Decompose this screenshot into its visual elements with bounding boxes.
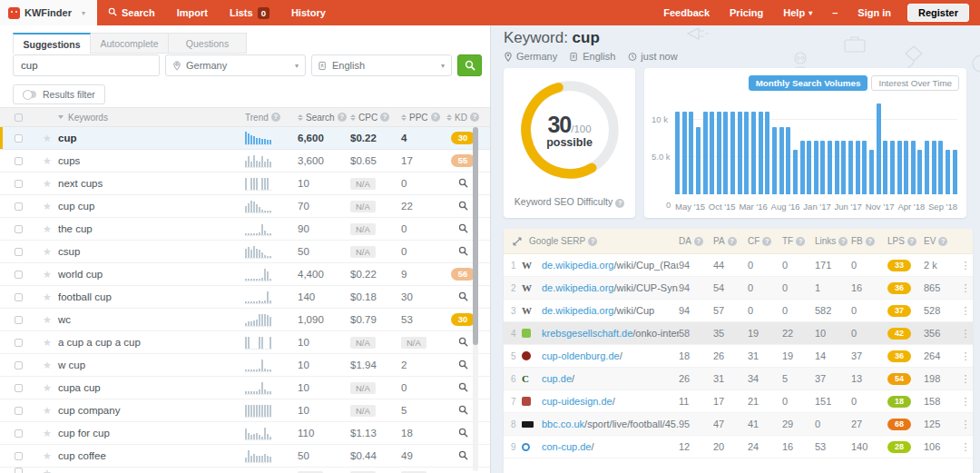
serp-url-domain[interactable]: bbc.co.uk: [542, 419, 584, 429]
volume-bar[interactable]: [675, 112, 680, 194]
kd-score-badge[interactable]: 56: [451, 268, 475, 281]
serp-url-domain[interactable]: cup.de: [542, 373, 572, 384]
star-icon[interactable]: ★: [36, 291, 58, 303]
row-menu-kebab-icon[interactable]: ⋮: [958, 441, 973, 453]
serp-row[interactable]: 6Ccup.de/2631345371354198⋮: [504, 368, 973, 390]
volume-bar[interactable]: [703, 112, 708, 194]
kd-check-magnifier-icon[interactable]: [458, 382, 468, 394]
serp-row[interactable]: 2Wde.wikipedia.org/wiki/CUP-Syn...945400…: [504, 277, 973, 300]
table-row[interactable]: ★cups3,600$0.651755: [0, 150, 490, 172]
serp-url[interactable]: krebsgesellschaft.de/onko-inter...: [542, 328, 679, 339]
volume-bar[interactable]: [814, 141, 818, 194]
volume-bar[interactable]: [841, 141, 846, 194]
lps-column-header[interactable]: LPS: [887, 236, 924, 246]
volume-bar[interactable]: [744, 112, 749, 194]
register-button[interactable]: Register: [907, 4, 969, 22]
top-item-help[interactable]: Help▾: [773, 7, 822, 18]
help-icon[interactable]: [615, 199, 624, 208]
volume-bar[interactable]: [848, 141, 853, 194]
table-row[interactable]: ★cup6,600$0.22430: [0, 127, 490, 150]
star-icon[interactable]: ★: [36, 450, 58, 462]
volume-bar[interactable]: [877, 103, 881, 194]
select-all-checkbox[interactable]: [15, 113, 23, 122]
row-checkbox[interactable]: [15, 361, 23, 370]
row-menu-kebab-icon[interactable]: ⋮: [958, 305, 973, 317]
star-icon[interactable]: ★: [36, 155, 58, 167]
star-icon[interactable]: ★: [36, 246, 58, 258]
row-menu-kebab-icon[interactable]: ⋮: [958, 373, 973, 385]
volume-bar[interactable]: [786, 127, 790, 194]
serp-url-domain[interactable]: con-cup.de: [542, 441, 591, 452]
kd-check-magnifier-icon[interactable]: [458, 360, 468, 371]
row-checkbox[interactable]: [15, 202, 23, 211]
volume-bar[interactable]: [828, 141, 832, 194]
kd-check-magnifier-icon[interactable]: [458, 405, 468, 417]
row-checkbox[interactable]: [15, 271, 23, 279]
serp-row[interactable]: 7cup-uidesign.de/1117210151018158⋮: [504, 390, 973, 413]
volume-bar[interactable]: [730, 112, 735, 194]
volume-bar[interactable]: [862, 141, 867, 194]
table-row[interactable]: ★a cup a cup a cup10N/AN/A: [0, 331, 490, 354]
row-menu-kebab-icon[interactable]: ⋮: [958, 328, 973, 340]
kd-score-badge[interactable]: 30: [451, 313, 475, 326]
row-checkbox[interactable]: [15, 248, 23, 256]
star-icon[interactable]: ★: [36, 405, 58, 417]
top-item-feedback[interactable]: Feedback: [653, 7, 720, 18]
row-checkbox[interactable]: [15, 180, 23, 188]
star-icon[interactable]: ★: [36, 314, 58, 326]
nav-item-search[interactable]: Search: [97, 0, 166, 25]
serp-url-domain[interactable]: cup-uidesign.de: [542, 396, 612, 407]
volume-bar[interactable]: [759, 112, 763, 194]
row-checkbox[interactable]: [15, 225, 23, 233]
volume-bar[interactable]: [779, 127, 784, 194]
search-column-header[interactable]: Search: [281, 113, 334, 123]
row-checkbox[interactable]: [15, 134, 23, 143]
table-row[interactable]: ★cup for cup110$1.1318: [0, 422, 490, 445]
serp-row[interactable]: 4krebsgesellschaft.de/onko-inter...58351…: [504, 322, 973, 345]
serp-row[interactable]: 3Wde.wikipedia.org/wiki/Cup9457005820375…: [504, 300, 973, 322]
ev-column-header[interactable]: EV: [924, 236, 958, 246]
nav-item-import[interactable]: Import: [166, 0, 219, 25]
volume-bar[interactable]: [917, 150, 922, 194]
table-row[interactable]: ★cup coffee50$0.4449: [0, 445, 490, 468]
volume-bar[interactable]: [800, 141, 805, 194]
volume-bar[interactable]: [717, 112, 721, 194]
volume-bar[interactable]: [856, 141, 860, 194]
row-checkbox[interactable]: [15, 316, 23, 324]
volume-bar[interactable]: [946, 150, 950, 194]
volume-bar[interactable]: [953, 150, 957, 194]
row-menu-kebab-icon[interactable]: ⋮: [958, 419, 973, 430]
help-icon[interactable]: [470, 113, 479, 122]
location-dropdown[interactable]: Germany ▾: [165, 54, 306, 76]
table-row[interactable]: ★w cup10$1.942: [0, 354, 490, 377]
serp-row[interactable]: 8bbc.co.uk/sport/live/football/45...9547…: [504, 413, 973, 436]
volume-bar[interactable]: [772, 127, 777, 194]
volume-bar[interactable]: [738, 112, 742, 194]
serp-url-domain[interactable]: krebsgesellschaft.de: [542, 328, 632, 339]
kd-check-magnifier-icon[interactable]: [458, 337, 468, 349]
serp-url-domain[interactable]: de.wikipedia.org: [542, 260, 614, 271]
volume-bar[interactable]: [765, 112, 769, 194]
serp-row[interactable]: 1Wde.wikipedia.org/wiki/Cup_(Rau...94440…: [504, 254, 973, 277]
kd-check-magnifier-icon[interactable]: [458, 178, 468, 190]
star-icon[interactable]: ★: [36, 428, 58, 439]
serp-url[interactable]: de.wikipedia.org/wiki/Cup: [542, 305, 679, 316]
volume-bar[interactable]: [911, 141, 916, 194]
star-icon[interactable]: ★: [36, 223, 58, 235]
tab-autocomplete[interactable]: Autocomplete: [91, 33, 169, 54]
row-menu-kebab-icon[interactable]: ⋮: [958, 350, 973, 362]
kd-score-badge[interactable]: 55: [451, 154, 475, 167]
volume-bar[interactable]: [897, 141, 902, 194]
ppc-column-header[interactable]: PPC: [385, 113, 436, 123]
help-icon[interactable]: [588, 237, 597, 246]
serp-row[interactable]: 5cup-oldenburg.de/18263119143736264⋮: [504, 345, 973, 368]
serp-url[interactable]: cup-uidesign.de/: [542, 396, 679, 407]
row-menu-kebab-icon[interactable]: ⋮: [958, 396, 973, 408]
nav-item-history[interactable]: History: [280, 0, 337, 25]
row-checkbox[interactable]: [15, 452, 23, 460]
volume-bar[interactable]: [696, 127, 701, 194]
kd-check-magnifier-icon[interactable]: [458, 428, 468, 439]
row-checkbox[interactable]: [15, 339, 23, 347]
language-dropdown[interactable]: English ▾: [311, 54, 452, 76]
find-keywords-button[interactable]: [457, 54, 482, 76]
